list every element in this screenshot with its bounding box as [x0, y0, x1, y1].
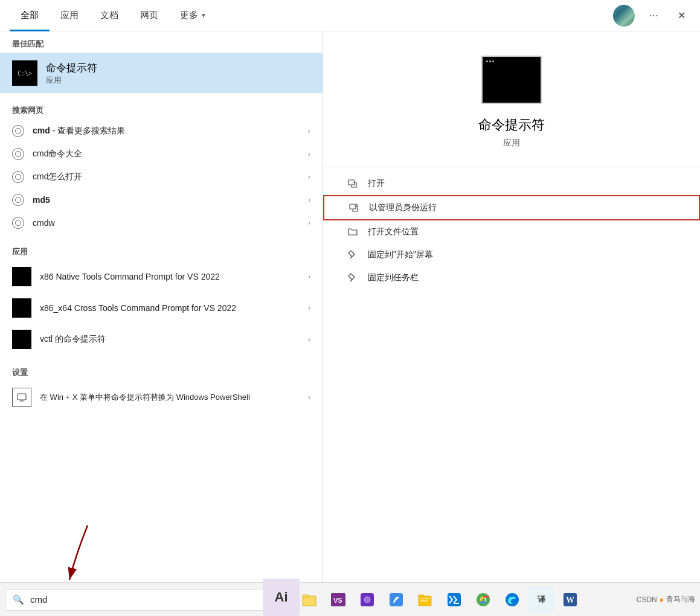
tab-web[interactable]: 网页 — [129, 0, 169, 31]
svg-line-14 — [350, 280, 352, 281]
tab-apps[interactable]: 应用 — [50, 0, 89, 31]
app-preview-type: 应用 — [503, 138, 520, 149]
menu-pin-taskbar[interactable]: 固定到任务栏 — [323, 266, 700, 289]
chevron-right-icon-2: › — [308, 173, 310, 181]
taskbar: 🔍 cmd VS — [0, 582, 700, 616]
left-panel: 最佳匹配 C:\> 命令提示符 应用 搜索网页 cmd - 查看更多搜索结果 — [0, 31, 323, 616]
app-preview-name: 命令提示符 — [478, 116, 545, 134]
svg-line-7 — [352, 254, 355, 257]
chevron-app-2: › — [308, 335, 310, 344]
settings-item-0[interactable]: 在 Win + X 菜单中将命令提示符替换为 Windows PowerShel… — [0, 382, 323, 413]
open-icon — [347, 178, 358, 189]
apps-header: 应用 — [0, 239, 323, 261]
close-button[interactable]: ✕ — [673, 7, 690, 24]
search-icon-3 — [12, 194, 24, 206]
chevron-right-icon-1: › — [308, 150, 310, 158]
context-menu: 打开 以管理员身份运行 — [323, 167, 700, 294]
taskbar-icon-word[interactable]: W — [557, 586, 583, 613]
cmd-app-icon: C:\> — [12, 60, 37, 86]
chevron-right-icon-0: › — [308, 127, 310, 135]
taskbar-icon-vs[interactable]: VS — [325, 586, 352, 613]
search-icon-2 — [12, 171, 24, 183]
search-icon-4 — [12, 217, 24, 229]
taskbar-icon-files[interactable] — [412, 586, 438, 613]
content-area: 最佳匹配 C:\> 命令提示符 应用 搜索网页 cmd - 查看更多搜索结果 — [0, 31, 700, 616]
search-web-header: 搜索网页 — [0, 98, 323, 120]
app-item-0[interactable]: x86 Native Tools Command Prompt for VS 2… — [0, 261, 323, 292]
svg-rect-32 — [448, 593, 461, 606]
svg-line-6 — [351, 251, 355, 254]
ai-label: Ai — [263, 579, 300, 616]
pin-start-icon — [347, 249, 358, 260]
svg-line-9 — [350, 257, 352, 258]
chevron-right-icon-3: › — [308, 196, 310, 204]
taskbar-icon-file-explorer[interactable] — [296, 586, 323, 613]
taskbar-search-text: cmd — [30, 594, 47, 605]
settings-icon-0 — [12, 388, 31, 407]
taskbar-icon-feather[interactable] — [383, 586, 409, 613]
menu-pin-start[interactable]: 固定到"开始"屏幕 — [323, 243, 700, 266]
svg-rect-0 — [18, 394, 26, 400]
app-item-1[interactable]: x86_x64 Cross Tools Command Prompt for V… — [0, 292, 323, 324]
top-tabs: 全部 应用 文档 网页 更多 ▼ ··· ✕ — [0, 0, 700, 31]
app-item-2[interactable]: vctl 的命令提示符 › — [0, 324, 323, 355]
best-match-text: 命令提示符 应用 — [46, 61, 97, 86]
search-item-3[interactable]: md5 › — [0, 188, 323, 211]
svg-rect-37 — [506, 593, 519, 606]
search-icon-0 — [12, 125, 24, 137]
menu-run-as-admin[interactable]: 以管理员身份运行 — [323, 195, 700, 220]
folder-icon — [347, 226, 358, 237]
taskbar-search-box[interactable]: 🔍 cmd — [5, 589, 265, 611]
avatar[interactable] — [613, 5, 635, 27]
chevron-app-1: › — [308, 304, 310, 312]
taskbar-icon-edge[interactable] — [499, 586, 525, 613]
search-item-1[interactable]: cmd命令大全 › — [0, 143, 323, 165]
right-panel: 命令提示符 应用 打开 — [323, 31, 700, 616]
search-item-4[interactable]: cmdw › — [0, 211, 323, 234]
taskbar-icon-vscode[interactable] — [441, 586, 467, 613]
svg-line-5 — [348, 251, 351, 253]
svg-rect-30 — [420, 598, 430, 599]
chevron-app-0: › — [308, 272, 310, 281]
chevron-settings-0: › — [308, 393, 310, 402]
search-window: 全部 应用 文档 网页 更多 ▼ ··· ✕ 最佳匹配 — [0, 0, 700, 616]
best-match-item[interactable]: C:\> 命令提示符 应用 — [0, 53, 323, 93]
chevron-down-icon: ▼ — [201, 12, 207, 19]
svg-line-8 — [348, 253, 352, 257]
taskbar-icon-translate[interactable]: 译 — [528, 586, 554, 613]
taskbar-icon-chrome[interactable] — [470, 586, 496, 613]
menu-open-location[interactable]: 打开文件位置 — [323, 220, 700, 243]
svg-rect-31 — [420, 600, 428, 602]
tab-docs[interactable]: 文档 — [89, 0, 129, 31]
svg-line-12 — [352, 277, 355, 280]
csdn-watermark: CSDN ● 青马与海 — [637, 594, 695, 605]
top-right-controls: ··· ✕ — [613, 5, 690, 27]
tab-all[interactable]: 全部 — [10, 0, 50, 31]
search-item-2[interactable]: cmd怎么打开 › — [0, 165, 323, 188]
search-icon-1 — [12, 148, 24, 160]
chevron-right-icon-4: › — [308, 219, 310, 227]
svg-line-10 — [348, 274, 351, 276]
svg-rect-29 — [419, 595, 424, 597]
svg-line-11 — [351, 274, 355, 277]
best-match-header: 最佳匹配 — [0, 31, 323, 53]
app-icon-0 — [12, 267, 31, 286]
settings-header: 设置 — [0, 360, 323, 382]
svg-line-13 — [348, 276, 352, 280]
app-icon-2 — [12, 330, 31, 349]
more-options-button[interactable]: ··· — [644, 7, 663, 24]
app-preview-icon — [481, 56, 542, 104]
svg-point-4 — [355, 204, 358, 207]
app-icon-1 — [12, 298, 31, 318]
tab-more[interactable]: 更多 ▼ — [169, 0, 217, 31]
svg-rect-22 — [303, 595, 309, 597]
taskbar-icon-purple-app[interactable] — [354, 586, 381, 613]
svg-point-26 — [364, 597, 370, 603]
search-item-0[interactable]: cmd - 查看更多搜索结果 › — [0, 120, 323, 143]
menu-open[interactable]: 打开 — [323, 172, 700, 195]
svg-rect-21 — [303, 596, 316, 606]
svg-text:W: W — [566, 595, 574, 605]
svg-text:VS: VS — [333, 597, 342, 604]
admin-icon — [348, 202, 359, 213]
taskbar-search-icon: 🔍 — [13, 594, 24, 605]
